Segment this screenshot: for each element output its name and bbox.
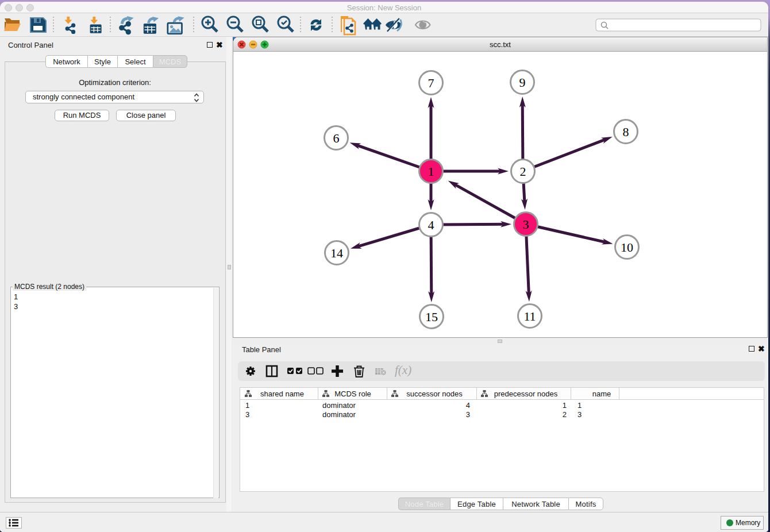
svg-text:6: 6 [333, 131, 340, 145]
svg-text:successor nodes: successor nodes [406, 390, 463, 398]
svg-text:name: name [592, 390, 611, 398]
svg-text:3: 3 [523, 217, 529, 232]
svg-text:dominator: dominator [322, 401, 356, 410]
svg-text:1: 1 [563, 401, 567, 410]
svg-text:MCDS role: MCDS role [334, 390, 371, 398]
svg-text:1: 1 [245, 401, 249, 410]
svg-text:dominator: dominator [322, 410, 356, 419]
svg-text:15: 15 [425, 310, 438, 324]
svg-text:3: 3 [245, 410, 249, 419]
svg-text:4: 4 [466, 401, 470, 410]
svg-text:3: 3 [466, 410, 470, 419]
svg-text:f(x): f(x) [395, 363, 411, 377]
svg-text:predecessor nodes: predecessor nodes [494, 390, 558, 398]
svg-text:1: 1 [428, 164, 434, 179]
svg-text:2: 2 [520, 164, 526, 179]
svg-text:10: 10 [621, 240, 633, 255]
svg-text:7: 7 [428, 76, 434, 90]
svg-text:2: 2 [563, 410, 567, 419]
svg-text:4: 4 [428, 218, 434, 232]
svg-text:11: 11 [523, 309, 536, 323]
svg-text:1: 1 [578, 401, 582, 410]
svg-text:14: 14 [330, 246, 343, 260]
svg-text:8: 8 [623, 125, 629, 139]
svg-text:9: 9 [519, 75, 526, 90]
svg-text:3: 3 [578, 410, 582, 419]
svg-text:shared name: shared name [260, 390, 304, 398]
